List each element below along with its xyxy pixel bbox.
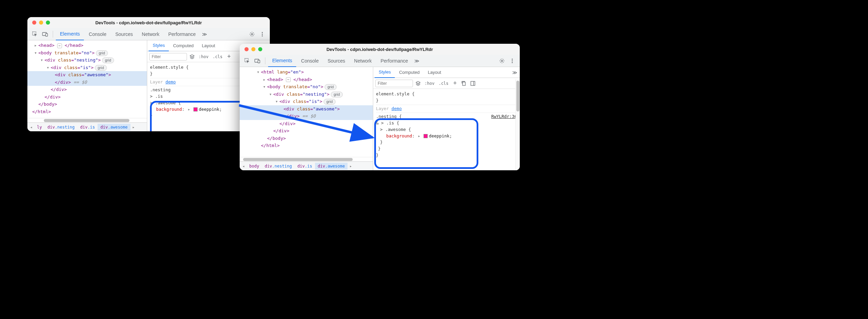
more-tabs-icon[interactable]: ≫ [413,58,421,64]
grid-badge[interactable]: grid [325,84,336,90]
color-swatch[interactable] [424,134,428,138]
cls-toggle[interactable]: .cls [437,81,450,86]
vertical-scrollbar[interactable] [515,79,520,170]
breadcrumb-item-body[interactable]: body [247,163,262,170]
expand-shorthand-icon[interactable]: ▸ [188,106,190,113]
breadcrumb-item-is[interactable]: div.is [294,163,315,170]
grid-badge[interactable]: grid [102,57,114,63]
settings-icon[interactable] [497,56,507,66]
ellipsis-icon[interactable]: ⋯ [286,77,291,82]
subtab-computed[interactable]: Computed [395,67,424,78]
dom-div-awesome[interactable]: <div class="awesome"> [27,71,147,79]
grid-badge[interactable]: grid [95,65,106,71]
dom-body-close[interactable]: </body> [240,135,373,142]
layers-icon[interactable] [188,53,196,61]
subtab-layout[interactable]: Layout [198,40,219,51]
layer-demo-link[interactable]: demo [165,79,176,84]
breadcrumb-item-awesome[interactable]: div.awesome [98,124,130,131]
subtab-computed[interactable]: Computed [169,40,198,51]
breadcrumb-left-icon[interactable]: ◂ [240,164,247,169]
minimize-button[interactable] [251,47,255,51]
styles-body[interactable]: element.style { } Layer demo RwYLRdr:36 … [373,89,520,170]
dom-html[interactable]: ▾<html lang="en"> [240,68,373,76]
more-subtabs-icon[interactable]: ≫ [511,70,518,75]
dom-html-close[interactable]: </html> [27,108,147,116]
grid-badge[interactable]: grid [331,92,342,97]
grid-badge[interactable]: grid [324,99,335,105]
dom-head[interactable]: ▸<head> ⋯ </head> [27,42,147,49]
dom-body[interactable]: ▾<body translate="no">grid [240,83,373,91]
close-button[interactable] [32,21,36,25]
device-toggle-icon[interactable] [253,56,262,66]
subtab-styles[interactable]: Styles [149,40,169,51]
dom-nesting-close[interactable]: </div> [240,127,373,135]
inspect-icon[interactable] [30,29,40,39]
ellipsis-icon[interactable]: ⋯ [57,43,62,48]
tab-network[interactable]: Network [350,55,376,67]
subtab-layout[interactable]: Layout [424,67,445,78]
copy-changes-icon[interactable] [460,80,468,87]
svg-point-10 [501,60,503,61]
horizontal-scrollbar[interactable] [27,118,147,122]
dom-body[interactable]: ▾<body translate="no">grid [27,49,147,57]
tab-performance[interactable]: Performance [164,28,200,40]
dom-tree[interactable]: ▸<head> ⋯ </head> ▾<body translate="no">… [27,40,147,118]
dom-div-nesting[interactable]: ▾<div class="nesting">grid [27,56,147,64]
dom-body-close[interactable]: </body> [27,101,147,108]
breadcrumb-item-nesting[interactable]: div.nesting [262,163,294,170]
inspect-icon[interactable] [242,56,252,66]
breadcrumb-item-awesome[interactable]: div.awesome [315,163,348,170]
panel-layout-icon[interactable] [469,80,477,87]
dom-head[interactable]: ▸<head> ⋯ </head> [240,76,373,83]
dom-is-close[interactable]: </div> [27,86,147,93]
new-style-rule-icon[interactable]: + [451,80,459,87]
tab-network[interactable]: Network [138,28,163,40]
breadcrumb-item-is[interactable]: div.is [77,124,98,131]
maximize-button[interactable] [46,21,50,25]
tab-console[interactable]: Console [297,55,323,67]
dom-nesting-close[interactable]: </div> [27,93,147,101]
horizontal-scrollbar[interactable] [240,157,373,161]
tab-elements[interactable]: Elements [56,28,84,40]
breadcrumb-item-ly[interactable]: ly [34,124,45,131]
color-swatch[interactable] [193,107,198,111]
layers-icon[interactable] [414,80,422,87]
close-button[interactable] [244,47,249,51]
layer-demo-link[interactable]: demo [391,106,402,111]
subtab-styles[interactable]: Styles [375,67,395,78]
kebab-menu-icon[interactable] [257,29,267,39]
styles-filter-input[interactable] [375,80,413,87]
dom-tree[interactable]: ▾<html lang="en"> ▸<head> ⋯ </head> ▾<bo… [240,67,373,157]
styles-filter-input[interactable] [149,53,187,61]
dom-div-is[interactable]: ▾<div class="is">grid [240,98,373,105]
maximize-button[interactable] [258,47,262,51]
grid-badge[interactable]: grid [96,50,108,56]
tab-performance[interactable]: Performance [376,55,412,67]
tab-sources[interactable]: Sources [111,28,137,40]
dom-div-awesome[interactable]: <div class="awesome"> [240,105,373,113]
hov-toggle[interactable]: :hov [423,81,436,86]
dom-awesome-close[interactable]: </div> == $0 [27,79,147,86]
kebab-menu-icon[interactable] [507,56,517,66]
settings-icon[interactable] [247,29,257,39]
tab-console[interactable]: Console [85,28,110,40]
dom-is-close[interactable]: </div> [240,120,373,128]
tab-sources[interactable]: Sources [324,55,349,67]
more-tabs-icon[interactable]: ≫ [201,31,209,37]
breadcrumb-left-icon[interactable]: ◂ [28,125,34,130]
dom-div-is[interactable]: ▾<div class="is">grid [27,64,147,71]
breadcrumb-item-nesting[interactable]: div.nesting [45,124,77,131]
hov-toggle[interactable]: :hov [197,54,210,59]
device-toggle-icon[interactable] [40,29,50,39]
dom-div-nesting[interactable]: ▾<div class="nesting">grid [240,91,373,98]
new-style-rule-icon[interactable]: + [225,53,233,61]
cls-toggle[interactable]: .cls [211,54,224,59]
expand-shorthand-icon[interactable]: ▸ [418,133,420,139]
source-file-link[interactable]: RwYLRdr:36 [491,114,517,120]
dom-html-close[interactable]: </html> [240,142,373,149]
tab-elements[interactable]: Elements [268,55,296,67]
dom-awesome-close[interactable]: </div> == $0 [240,112,373,120]
minimize-button[interactable] [39,21,43,25]
breadcrumb-right-icon[interactable]: ▸ [130,125,137,130]
breadcrumb-right-icon[interactable]: ▸ [348,164,354,169]
